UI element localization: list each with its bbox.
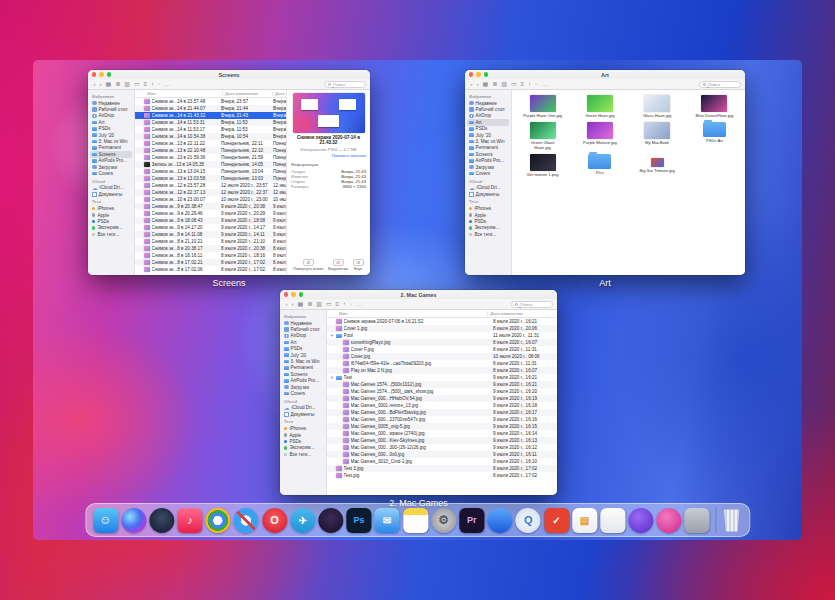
column-header[interactable]: Дата изменения: [222, 91, 272, 96]
disclosure-triangle-icon[interactable]: ▾: [330, 333, 334, 338]
column-header[interactable]: Дата с: [272, 91, 286, 96]
sidebar-item-art[interactable]: Art: [90, 119, 132, 125]
dock-item-photoshop[interactable]: Ps: [347, 508, 372, 533]
view-icons-button-icon[interactable]: ▦: [104, 81, 113, 87]
sidebar-item-рабочий-стол[interactable]: Рабочий стол: [467, 106, 509, 112]
grid-item[interactable]: My MacBook: [630, 122, 685, 150]
file-row[interactable]: Снимок эк...8 в 17.02.218 июля 2020 г., …: [135, 259, 286, 266]
sidebar-item-psds[interactable]: PSDs: [90, 218, 132, 224]
grid-item[interactable]: Purple Mixture.jpg: [572, 122, 627, 150]
view-gallery-button-icon[interactable]: ▭: [509, 81, 518, 87]
sidebar-item-iphones[interactable]: iPhones: [90, 205, 132, 211]
view-list-button-icon[interactable]: ≣: [491, 81, 499, 87]
view-columns-button-icon[interactable]: ▥: [500, 81, 509, 87]
forward-button-icon[interactable]: ›: [290, 301, 295, 307]
forward-button-icon[interactable]: ›: [475, 81, 480, 87]
more-button-icon[interactable]: …: [163, 81, 172, 87]
sidebar-item-screens[interactable]: Screens: [282, 371, 324, 377]
dock-item-trash[interactable]: [721, 508, 742, 533]
close-button[interactable]: [92, 72, 96, 76]
file-row[interactable]: Cover.jpg10 июля 2020 г., 08:06: [327, 353, 557, 360]
file-row[interactable]: Mac Games 1574...(500)_dark_show.jpg9 ию…: [327, 388, 557, 395]
window-label-art[interactable]: Art: [465, 278, 745, 288]
sidebar-item-airpods-pro-[interactable]: AirPods Pro...: [467, 158, 509, 164]
file-row[interactable]: Mac Games_3010_Cmd-1.jpg9 июля 2020 г., …: [327, 458, 557, 465]
titlebar[interactable]: 2. Mac Games: [280, 290, 557, 299]
file-row[interactable]: Play on Mac 2 N.jpg8 июля 2020 г., 16:07: [327, 367, 557, 374]
file-row[interactable]: Снимок эк...8 в 18.16.118 июля 2020 г., …: [135, 252, 286, 259]
dock-item-gray-app[interactable]: [685, 508, 710, 533]
dock-item-white-app[interactable]: [600, 508, 625, 533]
forward-button-icon[interactable]: ›: [98, 81, 103, 87]
sidebar-item-3-mac-vs-win[interactable]: 3. Mac vs Win: [467, 138, 509, 144]
sidebar-item-psds[interactable]: PSDs: [282, 438, 324, 444]
grid-item[interactable]: Blue DanceFloor.jpg: [687, 95, 742, 118]
file-row[interactable]: Mac Games_000...Kiev-Skylines.jpg9 июля …: [327, 437, 557, 444]
sidebar-item-art[interactable]: Art: [467, 119, 509, 125]
sidebar-item-документы[interactable]: Документы: [90, 191, 132, 197]
column-header[interactable]: Имя: [147, 91, 222, 96]
file-row[interactable]: Снимок эк...12 в 23.57.2812 июля 2020 г.…: [135, 182, 286, 189]
view-gallery-button-icon[interactable]: ▭: [324, 301, 333, 307]
column-header[interactable]: Дата изменения: [487, 311, 551, 316]
view-columns-button-icon[interactable]: ▥: [123, 81, 132, 87]
grid-item[interactable]: Big Sur Tomato.jpg: [630, 154, 685, 177]
quick-action-выделение[interactable]: ↺Выделение: [328, 259, 348, 271]
file-row[interactable]: Cover F.jpg8 июля 2020 г., 11:31: [327, 346, 557, 353]
sidebar-item-airpods-pro-[interactable]: AirPods Pro...: [282, 378, 324, 384]
quick-action-повернуть-влево[interactable]: ↺Повернуть влево: [293, 259, 323, 271]
file-row[interactable]: Test 3.jpg8 июля 2020 г., 17:02: [327, 465, 557, 472]
view-gallery-button-icon[interactable]: ▭: [132, 81, 141, 87]
desktop[interactable]: Screens ‹›▦≣▥▭≡↑◦… Поиск ИзбранноеНедавн…: [33, 60, 802, 540]
zoom-button[interactable]: [299, 292, 303, 296]
dock-item-pink-app[interactable]: [657, 508, 682, 533]
file-row[interactable]: Снимок эк...14 в 11.53.17Вчера, 11:53Вче…: [135, 126, 286, 133]
file-row[interactable]: Снимок эк...12 в 22.37.1312 июля 2020 г.…: [135, 189, 286, 196]
dock-item-safari[interactable]: [234, 508, 259, 533]
titlebar[interactable]: Screens: [88, 70, 370, 79]
file-row[interactable]: Снимок эк...14 в 21.43.32Вчера, 21:43Вче…: [135, 112, 286, 119]
view-columns-button-icon[interactable]: ▥: [315, 301, 324, 307]
dock-item-pages[interactable]: ▤: [572, 508, 597, 533]
show-less-link[interactable]: Показать меньше: [332, 153, 366, 158]
grid-item[interactable]: Purple Haze One.jpg: [515, 95, 570, 118]
file-row[interactable]: Снимок эк...8 в 21.10.218 июля 2020 г., …: [135, 238, 286, 245]
file-row[interactable]: Снимок эк...14 в 23.57.48Вчера, 23:57Вче…: [135, 98, 286, 105]
file-row[interactable]: Снимок эк...9 в 20.29.469 июля 2020 г., …: [135, 210, 286, 217]
sidebar-item-covers[interactable]: Covers: [282, 390, 324, 396]
dock-item-notes[interactable]: [403, 508, 428, 533]
dock-item-telegram[interactable]: ✈: [290, 508, 315, 533]
column-headers[interactable]: ИмяДата изменения: [327, 310, 557, 318]
view-list-button-icon[interactable]: ≣: [306, 301, 314, 307]
minimize-button[interactable]: [291, 292, 295, 296]
sidebar-item-документы[interactable]: Документы: [467, 191, 509, 197]
sidebar-item-psds[interactable]: PSDs: [467, 218, 509, 224]
back-button-icon[interactable]: ‹: [284, 301, 289, 307]
file-row[interactable]: Mac Games 1574...(500x1012).jpg9 июля 20…: [327, 381, 557, 388]
file-row[interactable]: Снимок эк...9 в 14.17.209 июля 2020 г., …: [135, 224, 286, 231]
sidebar-item-iphones[interactable]: iPhones: [467, 205, 509, 211]
view-list-button-icon[interactable]: ≣: [114, 81, 122, 87]
search-field[interactable]: Поиск: [324, 81, 366, 88]
share-button-icon[interactable]: ↑: [342, 301, 348, 307]
sidebar-item-psds[interactable]: PSDs: [90, 126, 132, 132]
grid-item[interactable]: Get motion 1.png: [515, 154, 570, 177]
dock-item-finder[interactable]: ☺: [93, 508, 118, 533]
sidebar-item-3-mac-vs-win[interactable]: 3. Mac vs Win: [90, 138, 132, 144]
sidebar-item-covers[interactable]: Covers: [90, 170, 132, 176]
disclosure-triangle-icon[interactable]: ▾: [330, 375, 334, 380]
grid-item[interactable]: Green Glaze Haze.jpg: [515, 122, 570, 150]
file-row[interactable]: Снимок эк...10 в 23.00.0710 июля 2020 г.…: [135, 196, 286, 203]
file-row[interactable]: Запись эк...13 в 14.05.35Понедельник, 14…: [135, 161, 286, 168]
more-button-icon[interactable]: …: [540, 81, 549, 87]
file-row[interactable]: Снимок эк...13 в 13.03.58Понедельник, 13…: [135, 175, 286, 182]
group-button-icon[interactable]: ≡: [519, 81, 526, 87]
window-label-screens[interactable]: Screens: [88, 278, 370, 288]
dock-item-opera[interactable]: O: [262, 508, 287, 533]
file-row[interactable]: Снимок эк...13 в 21.59.36Понедельник, 21…: [135, 154, 286, 161]
column-headers[interactable]: ИмяДата измененияДата с: [135, 90, 286, 98]
file-row[interactable]: Test.jpg8 июля 2020 г., 17:02: [327, 472, 557, 479]
finder-window-screens[interactable]: Screens ‹›▦≣▥▭≡↑◦… Поиск ИзбранноеНедавн…: [88, 70, 370, 275]
file-row[interactable]: Mac Games_000...wpave (2740).jpg9 июля 2…: [327, 430, 557, 437]
file-row[interactable]: Снимок эк...14 в 10.54.38Вчера, 10:54Вче…: [135, 133, 286, 140]
